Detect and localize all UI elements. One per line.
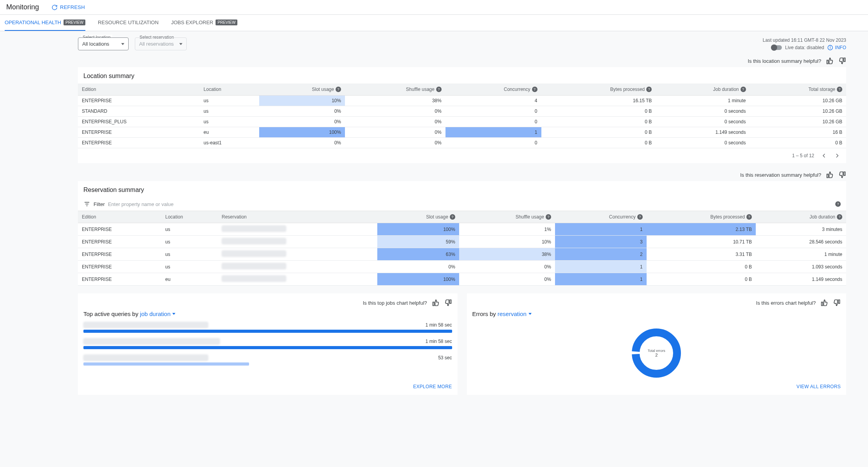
thumb-down-icon[interactable]: [833, 299, 841, 307]
help-icon[interactable]: ?: [837, 214, 842, 220]
table-row[interactable]: ENTERPRISEus10%38%416.15 TB1 minute10.26…: [78, 96, 846, 106]
table-row[interactable]: ENTERPRISEus59%10%310.71 TB28.546 second…: [78, 236, 846, 248]
reservation-summary-section: Reservation summary Filter ? EditionLoca…: [78, 181, 846, 286]
explore-more-link[interactable]: EXPLORE MORE: [83, 384, 452, 389]
live-data-label: Live data: disabled: [785, 45, 824, 50]
pager-prev-icon[interactable]: [820, 152, 827, 159]
reservation-name-redacted: [222, 250, 286, 257]
tab-resource-utilization[interactable]: RESOURCE UTILIZATION: [98, 15, 159, 31]
reservation-summary-title: Reservation summary: [78, 181, 846, 197]
query-duration: 53 sec: [438, 355, 452, 360]
help-icon[interactable]: ?: [336, 87, 341, 92]
live-data-toggle[interactable]: [772, 45, 782, 50]
tab-jobs-explorer[interactable]: JOBS EXPLORERPREVIEW: [171, 15, 238, 31]
reservation-name-redacted: [222, 263, 286, 269]
help-icon[interactable]: ?: [741, 87, 746, 92]
query-duration: 1 min 58 sec: [425, 322, 452, 328]
reservation-name-redacted: [222, 275, 286, 282]
errors-by-dropdown[interactable]: reservation: [498, 311, 532, 317]
job-duration-dropdown[interactable]: job duration: [140, 311, 175, 317]
thumb-up-icon[interactable]: [826, 57, 834, 65]
tabs-bar: OPERATIONAL HEALTHPREVIEWRESOURCE UTILIZ…: [0, 14, 868, 31]
table-row[interactable]: ENTERPRISE_PLUSus0%0%00 B0 seconds10.26 …: [78, 117, 846, 127]
reservation-select[interactable]: All reservations: [135, 37, 187, 50]
donut-center-value: 2: [655, 353, 658, 357]
query-row[interactable]: 53 sec: [83, 355, 452, 366]
reservation-name-redacted: [222, 226, 286, 232]
thumb-up-icon[interactable]: [820, 299, 828, 307]
feedback-location: Is this location summary helpful?: [78, 57, 846, 65]
filter-icon: [83, 201, 90, 208]
help-icon[interactable]: ?: [646, 87, 652, 92]
refresh-label: REFRESH: [60, 4, 85, 10]
info-link[interactable]: INFO: [827, 44, 846, 51]
errors-title: Errors by reservation: [472, 311, 841, 317]
help-icon[interactable]: ?: [837, 87, 842, 92]
location-pager: 1 – 5 of 12: [78, 148, 846, 163]
top-queries-title: Top active queries by job duration: [83, 311, 452, 317]
table-row[interactable]: ENTERPRISEeu100%0%10 B1.149 seconds: [78, 273, 846, 286]
top-bar: Monitoring REFRESH: [0, 0, 868, 14]
thumb-down-icon[interactable]: [444, 299, 452, 307]
view-all-errors-link[interactable]: VIEW ALL ERRORS: [472, 384, 841, 389]
reservation-name-redacted: [222, 238, 286, 244]
feedback-reservation: Is this reservation summary helpful?: [78, 171, 846, 179]
location-select[interactable]: All locations: [78, 37, 129, 50]
table-row[interactable]: ENTERPRISEus100%1%12.13 TB3 minutes: [78, 223, 846, 236]
query-name-redacted: [83, 355, 208, 361]
query-row[interactable]: 1 min 58 sec: [83, 338, 452, 349]
query-name-redacted: [83, 338, 220, 344]
help-icon[interactable]: ?: [532, 87, 537, 92]
page-title: Monitoring: [6, 3, 39, 11]
reservation-summary-table: EditionLocationReservationSlot usage ?Sh…: [78, 211, 846, 286]
query-name-redacted: [83, 322, 208, 328]
help-icon[interactable]: ?: [637, 214, 643, 220]
thumb-up-icon[interactable]: [432, 299, 440, 307]
filter-input[interactable]: [108, 201, 832, 207]
help-icon[interactable]: ?: [436, 87, 442, 92]
errors-card: Is this errors chart helpful? Errors by …: [467, 293, 847, 395]
location-summary-section: Location summary EditionLocationSlot usa…: [78, 67, 846, 163]
donut-center-label: Total errors: [648, 349, 665, 353]
thumb-down-icon[interactable]: [838, 171, 846, 179]
top-queries-card: Is this top jobs chart helpful? Top acti…: [78, 293, 458, 395]
thumb-down-icon[interactable]: [838, 57, 846, 65]
table-row[interactable]: ENTERPRISEeu100%0%10 B1.149 seconds16 B: [78, 127, 846, 138]
help-icon[interactable]: ?: [835, 201, 841, 207]
thumb-up-icon[interactable]: [826, 171, 834, 179]
refresh-button[interactable]: REFRESH: [51, 4, 85, 11]
info-icon: [827, 44, 833, 51]
location-summary-title: Location summary: [78, 67, 846, 83]
query-row[interactable]: 1 min 58 sec: [83, 322, 452, 333]
tab-operational-health[interactable]: OPERATIONAL HEALTHPREVIEW: [5, 15, 85, 31]
location-summary-table: EditionLocationSlot usage ?Shuffle usage…: [78, 83, 846, 148]
table-row[interactable]: STANDARDus0%0%00 B0 seconds10.26 GB: [78, 106, 846, 117]
filter-label: Filter: [94, 201, 105, 207]
pager-range: 1 – 5 of 12: [792, 153, 814, 158]
refresh-icon: [51, 4, 58, 11]
last-updated-text: Last updated 16:11 GMT-8 22 Nov 2023: [763, 37, 846, 43]
pager-next-icon[interactable]: [834, 152, 841, 159]
query-duration: 1 min 58 sec: [425, 339, 452, 344]
help-icon[interactable]: ?: [746, 214, 752, 220]
help-icon[interactable]: ?: [546, 214, 551, 220]
table-row[interactable]: ENTERPRISEus0%0%10 B1.093 seconds: [78, 261, 846, 273]
errors-donut-chart: Total errors 2: [629, 326, 684, 380]
table-row[interactable]: ENTERPRISEus63%38%23.31 TB1 minute: [78, 248, 846, 261]
svg-point-2: [830, 46, 831, 47]
table-row[interactable]: ENTERPRISEus-east10%0%00 B0 seconds0 B: [78, 138, 846, 148]
help-icon[interactable]: ?: [450, 214, 455, 220]
